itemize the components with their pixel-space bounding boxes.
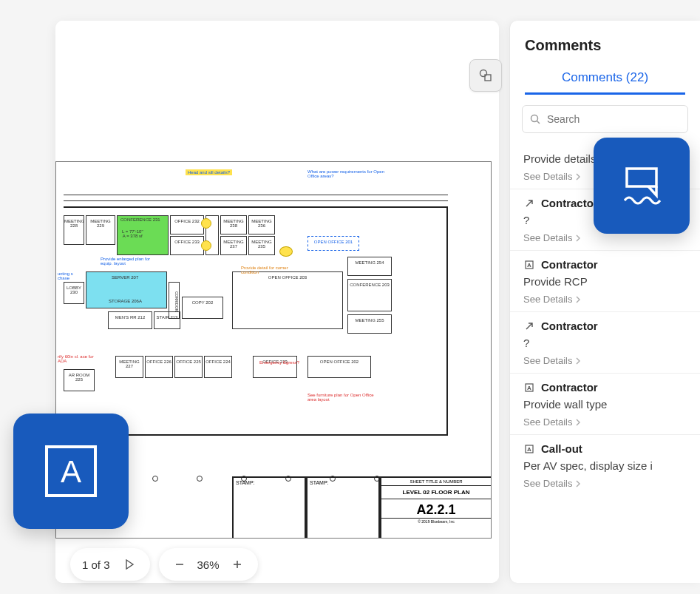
arrow-ne-icon <box>523 198 535 209</box>
room-ar-225: AR ROOM 225 <box>64 369 95 391</box>
room-label: CONFERENCE 231 <box>120 217 160 222</box>
annotation-power-req[interactable]: What are power requirements for Open Off… <box>307 169 389 178</box>
chevron-right-icon <box>575 419 581 426</box>
room-office-224: OFFICE 224 <box>204 356 232 378</box>
annotation-marker[interactable] <box>279 246 293 257</box>
room-office-226: OFFICE 226 <box>145 356 173 378</box>
see-details-link[interactable]: See Details <box>523 478 581 489</box>
role-label: Contractor <box>541 197 598 209</box>
stamp-cell-2: STAMP: <box>306 476 380 538</box>
comments-panel: Comments Comments (22) Provide details S… <box>509 21 700 583</box>
annotation-chase[interactable]: ucting s chase <box>58 271 80 280</box>
search-icon <box>530 114 541 125</box>
comments-title: Comments <box>510 21 700 64</box>
room-stair-213: STAIR 213 <box>154 311 180 329</box>
svg-rect-15 <box>627 169 656 186</box>
see-details-link[interactable]: See Details <box>523 232 581 243</box>
comment-role: A Call-out <box>523 442 687 455</box>
svg-line-6 <box>537 121 540 124</box>
room-meeting-229: MEETING 229 <box>86 215 115 245</box>
zoom-in-button[interactable] <box>228 559 246 570</box>
role-label: Contractor <box>541 320 598 332</box>
shapes-tool-button[interactable] <box>469 59 502 92</box>
room-meeting-255: MEETING 255 <box>347 314 392 334</box>
comment-item[interactable]: A Call-out Per AV spec, display size i S… <box>510 434 700 496</box>
page-control: 1 of 3 <box>70 548 150 581</box>
comment-text: ? <box>523 337 687 349</box>
room-open-office-201: OPEN OFFICE 201 <box>307 236 359 251</box>
chevron-right-icon <box>575 357 581 365</box>
comment-role: Contractor <box>523 320 687 332</box>
shapes-icon <box>478 68 493 83</box>
chevron-right-icon <box>575 173 581 180</box>
room-office-223: OFFICE 223 <box>253 356 297 378</box>
page-indicator: 1 of 3 <box>82 558 110 571</box>
tool-badge-markup[interactable] <box>594 138 690 234</box>
annotation-egress[interactable]: Emergency Egress? <box>259 360 299 365</box>
room-meeting-236: MEETING 236 <box>248 215 275 234</box>
sheet-a-icon: A <box>523 443 535 455</box>
see-details-link[interactable]: See Details <box>523 171 581 182</box>
see-details-link[interactable]: See Details <box>523 294 581 305</box>
dimension-line <box>64 200 448 201</box>
room-office-233: OFFICE 233 <box>170 236 204 255</box>
see-details-label: See Details <box>523 416 572 428</box>
room-meeting-228: MEETING 228 <box>64 215 84 245</box>
see-details-label: See Details <box>523 294 572 305</box>
see-details-label: See Details <box>523 171 572 182</box>
minus-icon <box>174 559 185 570</box>
annotation-head-sill[interactable]: Head and sill details? <box>186 169 232 175</box>
sheet-a-icon: A <box>523 259 535 271</box>
comment-role: A Contractor <box>523 381 687 394</box>
room-office-227: OFFICE 225 <box>174 356 203 378</box>
room-meeting-235: MEETING 238 <box>220 215 247 234</box>
role-label: Contractor <box>541 381 598 394</box>
see-details-label: See Details <box>523 232 572 243</box>
title-block-header: SHEET TITLE & NUMBER <box>381 478 491 486</box>
plan-name: LEVEL 02 FLOOR PLAN <box>381 486 491 499</box>
chevron-right-icon <box>575 480 581 487</box>
svg-point-5 <box>531 115 538 121</box>
room-meeting-235b: MEETING 235 <box>248 236 275 255</box>
search-input[interactable] <box>547 113 680 125</box>
room-open-office-203: OPEN OFFICE 203 <box>232 271 343 329</box>
comment-item[interactable]: Contractor ? See Details <box>510 311 700 373</box>
role-label: Call-out <box>541 442 582 455</box>
room-conference-203: CONFERENCE 203 <box>347 279 392 311</box>
letter-a-icon: A <box>42 442 100 500</box>
annotation-corner[interactable]: Provide detail for corner condition <box>241 266 293 274</box>
viewer-controls: 1 of 3 36% <box>70 548 258 581</box>
title-block: SHEET TITLE & NUMBER LEVEL 02 FLOOR PLAN… <box>380 476 491 538</box>
stamp-cell-1: STAMP: <box>232 476 306 538</box>
comment-item[interactable]: A Contractor Provide RCP See Details <box>510 250 700 311</box>
comment-text: Per AV spec, display size i <box>523 459 687 472</box>
annotation-enlarged[interactable]: Provide enlarged plan for equip. layout <box>101 257 152 266</box>
svg-text:A: A <box>61 454 81 489</box>
comments-tab[interactable]: Comments (22) <box>525 64 685 95</box>
see-details-link[interactable]: See Details <box>523 416 581 428</box>
annotation-ada[interactable]: rify 60in cl. ace for ADA <box>58 354 95 363</box>
next-page-button[interactable] <box>120 559 138 570</box>
annotation-furniture[interactable]: See furniture plan for Open Office area … <box>307 393 374 402</box>
svg-text:A: A <box>527 446 531 453</box>
room-dims: L = 77'-10" A = 378 sf <box>122 229 143 238</box>
room-meeting-254: MEETING 254 <box>347 257 392 276</box>
svg-point-3 <box>480 70 487 77</box>
see-details-link[interactable]: See Details <box>523 355 581 366</box>
annotation-marker[interactable] <box>201 218 211 229</box>
comment-text: Provide wall type <box>523 398 687 411</box>
annotation-marker[interactable] <box>201 240 211 251</box>
markup-stamp-icon <box>616 160 667 212</box>
chevron-right-icon <box>575 296 581 303</box>
zoom-out-button[interactable] <box>171 559 188 570</box>
building-outline: MEETING 228 MEETING 229 CONFERENCE 231 L… <box>64 206 448 436</box>
zoom-control: 36% <box>159 548 258 581</box>
room-mens-rr-212: MEN'S RR 212 <box>108 311 152 329</box>
tool-badge-sheet-a[interactable]: A <box>13 414 129 529</box>
comments-search[interactable] <box>522 105 688 133</box>
room-copy-202: COPY 202 <box>182 297 223 319</box>
room-meeting-237: MEETING 237 <box>220 236 247 255</box>
dimension-line <box>64 195 448 195</box>
comment-item[interactable]: A Contractor Provide wall type See Detai… <box>510 373 700 434</box>
room-open-office-202: OPEN OFFICE 202 <box>307 356 371 378</box>
